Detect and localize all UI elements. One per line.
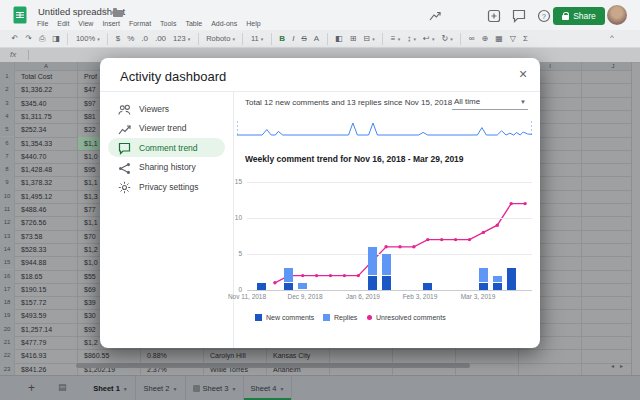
insert-comment-icon[interactable]: ⊕: [482, 34, 489, 43]
scroll-left-icon[interactable]: ◂: [611, 362, 614, 369]
comment-history-icon[interactable]: [512, 9, 526, 23]
menu-table[interactable]: Table: [185, 18, 202, 30]
collapse-toolbar-icon[interactable]: ^: [610, 33, 614, 42]
cell[interactable]: $860.55: [78, 349, 142, 362]
share-button[interactable]: Share: [553, 7, 605, 25]
row-number[interactable]: 22: [0, 349, 14, 362]
text-wrap-icon[interactable]: ↩ ▾: [423, 34, 434, 43]
sheet-tab-sheet3[interactable]: Sheet 3▼: [186, 376, 244, 400]
print-icon[interactable]: ⎙: [39, 34, 45, 44]
row-number[interactable]: 13: [0, 230, 14, 243]
cell[interactable]: $477.79: [15, 336, 79, 349]
cell[interactable]: $190.15: [15, 283, 79, 296]
cell[interactable]: $73.58: [15, 230, 79, 243]
insert-link-icon[interactable]: ∞: [469, 34, 475, 43]
strikethrough-icon[interactable]: S: [301, 34, 306, 43]
row-number[interactable]: 10: [0, 190, 14, 203]
row-number[interactable]: 11: [0, 203, 14, 216]
cell[interactable]: $1,311.75: [15, 110, 79, 123]
all-sheets-icon[interactable]: ▤: [58, 382, 67, 392]
redo-icon[interactable]: ↷: [25, 34, 32, 43]
borders-icon[interactable]: ⊞: [350, 34, 357, 43]
text-color-icon[interactable]: A: [314, 34, 319, 43]
zoom-select[interactable]: 100% ▾: [76, 34, 100, 43]
cell[interactable]: $157.72: [15, 296, 79, 309]
italic-icon[interactable]: I: [292, 34, 294, 43]
chevron-down-icon[interactable]: ▼: [279, 386, 284, 392]
increase-decimal-icon[interactable]: .00: [155, 34, 166, 43]
vertical-align-icon[interactable]: ↨ ▾: [407, 34, 416, 43]
menu-insert[interactable]: Insert: [102, 18, 120, 30]
menu-tools[interactable]: Tools: [160, 18, 176, 30]
row-number[interactable]: 19: [0, 309, 14, 322]
number-format-select[interactable]: 123 ▾: [173, 34, 190, 43]
add-comment-icon[interactable]: [487, 9, 501, 23]
sidebar-item-viewer-trend[interactable]: Viewer trend: [108, 119, 225, 138]
insert-chart-icon[interactable]: ▦: [495, 34, 503, 43]
row-number[interactable]: 3: [0, 97, 14, 110]
currency-format-icon[interactable]: $: [116, 34, 120, 43]
cell[interactable]: $841.26: [15, 363, 79, 375]
horizontal-align-icon[interactable]: ≡ ▾: [391, 34, 400, 43]
menu-file[interactable]: File: [37, 18, 48, 30]
trend-arrow-icon[interactable]: [428, 9, 442, 23]
row-number[interactable]: 18: [0, 296, 14, 309]
row-number[interactable]: 6: [0, 137, 14, 150]
cell[interactable]: 0.88%: [141, 349, 205, 362]
account-avatar[interactable]: [607, 5, 627, 25]
vertical-scrollbar[interactable]: [631, 62, 632, 375]
star-icon[interactable]: ☆: [100, 6, 108, 16]
cell[interactable]: $493.59: [15, 309, 79, 322]
undo-icon[interactable]: ↶: [12, 34, 19, 43]
horizontal-scrollbar-thumb[interactable]: [76, 363, 470, 368]
row-number[interactable]: 21: [0, 336, 14, 349]
row-number[interactable]: 5: [0, 123, 14, 136]
cell[interactable]: $726.56: [15, 216, 79, 229]
row-number[interactable]: 14: [0, 243, 14, 256]
add-sheet-icon[interactable]: +: [28, 381, 35, 395]
cell[interactable]: $1,428.48: [15, 163, 79, 176]
cell[interactable]: Kansas City: [267, 349, 331, 362]
fill-color-icon[interactable]: ◧: [335, 34, 343, 43]
menu-edit[interactable]: Edit: [57, 18, 69, 30]
row-number[interactable]: 12: [0, 216, 14, 229]
chevron-down-icon[interactable]: ▼: [123, 386, 128, 392]
menu-format[interactable]: Format: [129, 18, 151, 30]
column-header-J[interactable]: J: [582, 62, 632, 71]
paint-format-icon[interactable]: ◨: [52, 34, 60, 43]
cell[interactable]: $440.70: [15, 150, 79, 163]
merge-cells-icon[interactable]: ⊟ ▾: [363, 34, 374, 43]
cell[interactable]: $1,257.14: [15, 323, 79, 336]
cell[interactable]: $1,378.32: [15, 176, 79, 189]
chevron-down-icon[interactable]: ▼: [231, 386, 236, 392]
cell[interactable]: $528.33: [15, 243, 79, 256]
sheet-tab-sheet4[interactable]: Sheet 4▼: [244, 376, 292, 400]
menu-addons[interactable]: Add-ons: [211, 18, 237, 30]
sheet-tab-sheet1[interactable]: Sheet 1▼: [86, 376, 136, 400]
cell[interactable]: $1,336.22: [15, 83, 79, 96]
bold-icon[interactable]: B: [279, 34, 285, 43]
scroll-right-icon[interactable]: ▸: [620, 362, 623, 369]
close-icon[interactable]: ×: [515, 66, 531, 82]
row-number[interactable]: 9: [0, 176, 14, 189]
cell[interactable]: $18.65: [15, 270, 79, 283]
percent-format-icon[interactable]: %: [127, 34, 134, 43]
cell[interactable]: $1,354.33: [15, 137, 79, 150]
row-number[interactable]: 20: [0, 323, 14, 336]
row-number[interactable]: 4: [0, 110, 14, 123]
decrease-decimal-icon[interactable]: .0: [141, 34, 148, 43]
menu-help[interactable]: Help: [246, 18, 260, 30]
font-select[interactable]: Roboto ▾: [206, 34, 235, 43]
font-size-select[interactable]: 11 ▾: [251, 34, 263, 43]
row-number[interactable]: 2: [0, 83, 14, 96]
filter-icon[interactable]: ▽: [510, 34, 516, 43]
cell[interactable]: $944.88: [15, 256, 79, 269]
row-number[interactable]: 1: [0, 70, 14, 83]
cell[interactable]: $1,495.12: [15, 190, 79, 203]
sidebar-item-viewers[interactable]: Viewers: [108, 99, 225, 118]
functions-icon[interactable]: Σ: [523, 34, 528, 43]
row-number[interactable]: 23: [0, 363, 14, 375]
sidebar-item-comment-trend[interactable]: Comment trend: [108, 138, 225, 157]
row-number[interactable]: 7: [0, 150, 14, 163]
help-icon[interactable]: ?: [537, 9, 551, 23]
